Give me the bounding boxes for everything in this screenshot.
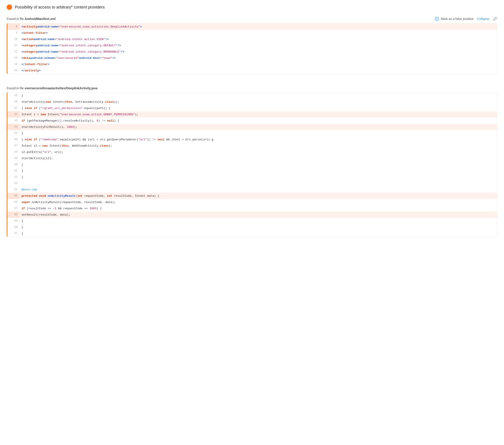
table-row: 54 @Override xyxy=(7,186,497,193)
line-number: 43 xyxy=(7,117,20,124)
line-content: </activity> xyxy=(20,67,497,74)
line-number: 58 xyxy=(7,212,20,218)
table-row: 61} xyxy=(7,230,497,237)
code-block-2: 39 }40 startActivity(new Intent(this, En… xyxy=(7,92,497,237)
table-row: 15 </activity> xyxy=(7,67,497,74)
line-content: } xyxy=(20,218,497,224)
line-number: 54 xyxy=(7,186,20,193)
line-number: 13 xyxy=(7,55,20,61)
line-content: setResult(resultCode, data); xyxy=(20,212,497,218)
line-number: 42 xyxy=(7,111,20,117)
line-number: 9 xyxy=(7,30,20,36)
line-content: if (getPackageManager().resolveActivity(… xyxy=(20,117,497,124)
table-row: 8 <activity android:name="oversecured.ov… xyxy=(7,23,497,30)
line-content: } xyxy=(20,130,497,136)
table-row: 45 } xyxy=(7,130,497,136)
filename-2: oversecured/ovaa/activities/DeeplinkActi… xyxy=(25,86,97,90)
line-number: 61 xyxy=(7,230,20,237)
line-number: 56 xyxy=(7,199,20,205)
table-row: 10 <action android:name="android.intent.… xyxy=(7,36,497,42)
line-number: 49 xyxy=(7,155,20,161)
line-content: <category android:name="android.intent.c… xyxy=(20,42,497,49)
table-row: 14 </intent-filter> xyxy=(7,61,497,67)
line-number: 57 xyxy=(7,205,20,212)
table-row: 56 super.onActivityResult(requestCode, r… xyxy=(7,199,497,205)
line-number: 52 xyxy=(7,174,20,180)
line-number: 47 xyxy=(7,143,20,149)
line-content: } xyxy=(20,230,497,237)
table-row: 44 startActivityForResult(i, 1003); xyxy=(7,124,497,130)
false-positive-checkbox-1 xyxy=(435,17,439,21)
line-content: } xyxy=(20,168,497,174)
line-content: <action android:name="android.intent.act… xyxy=(20,36,497,42)
line-number: 40 xyxy=(7,99,20,105)
line-number: 53 xyxy=(7,180,20,186)
file-section-2: Found in file oversecured/ovaa/activitie… xyxy=(7,86,497,237)
file-actions-1: Mark as a false positive Collapse xyxy=(435,17,497,21)
line-number: 39 xyxy=(7,93,20,99)
table-row: 11 <category android:name="android.inten… xyxy=(7,42,497,49)
line-number: 46 xyxy=(7,136,20,143)
file-section-1: Found in file AndroidManifest.xml Mark a… xyxy=(7,17,497,74)
table-row: 59 } xyxy=(7,218,497,224)
main-container: Possibility of access to arbitrary* cont… xyxy=(0,0,504,249)
table-row: 41 } else if ("/grant_uri_permissions".e… xyxy=(7,105,497,111)
line-content: super.onActivityResult(requestCode, resu… xyxy=(20,199,497,205)
severity-dot xyxy=(7,4,12,10)
link-icon-1[interactable] xyxy=(493,17,497,21)
line-number: 55 xyxy=(7,193,20,199)
false-positive-label-1: Mark as a false positive xyxy=(441,17,473,20)
line-number: 60 xyxy=(7,224,20,230)
line-content: Intent i2 = new Intent(this, WebViewActi… xyxy=(20,143,497,149)
line-number: 59 xyxy=(7,218,20,224)
table-row: 52 } xyxy=(7,174,497,180)
table-row: 51 } xyxy=(7,168,497,174)
line-number: 14 xyxy=(7,61,20,67)
line-content: protected void onActivityResult(int requ… xyxy=(20,193,497,199)
file-label-2: Found in file oversecured/ovaa/activitie… xyxy=(7,86,97,90)
table-row: 39 } xyxy=(7,93,497,99)
line-content: startActivityForResult(i, 1003); xyxy=(20,124,497,130)
table-row: 46 } else if ("/webview".equals(path) &&… xyxy=(7,136,497,143)
line-number: 11 xyxy=(7,42,20,49)
line-number: 45 xyxy=(7,130,20,136)
file-header-1: Found in file AndroidManifest.xml Mark a… xyxy=(7,17,497,21)
table-row: 57 if (resultCode == -1 && requestCode =… xyxy=(7,205,497,212)
line-number: 44 xyxy=(7,124,20,130)
line-number: 12 xyxy=(7,49,20,55)
line-content: Intent i = new Intent("oversecured.ovaa.… xyxy=(20,111,497,117)
false-positive-button-1[interactable]: Mark as a false positive xyxy=(435,17,473,21)
issue-title: Possibility of access to arbitrary* cont… xyxy=(15,5,105,10)
table-row: 9 <intent-filter> xyxy=(7,30,497,36)
table-row: 13 <data android:scheme="oversecured" an… xyxy=(7,55,497,61)
line-content: <activity android:name="oversecured.ovaa… xyxy=(20,23,497,30)
line-content: i2.putExtra("url", url); xyxy=(20,149,497,155)
table-row: 43 if (getPackageManager().resolveActivi… xyxy=(7,117,497,124)
line-content xyxy=(20,180,497,186)
issue-header: Possibility of access to arbitrary* cont… xyxy=(7,4,497,10)
line-content: </intent-filter> xyxy=(20,61,497,67)
table-row: 12 <category android:name="android.inten… xyxy=(7,49,497,55)
line-number: 50 xyxy=(7,161,20,168)
line-content: <data android:scheme="oversecured" andro… xyxy=(20,55,497,61)
line-content: if (resultCode == -1 && requestCode == 1… xyxy=(20,205,497,212)
table-row: 55 protected void onActivityResult(int r… xyxy=(7,193,497,199)
table-row: 40 startActivity(new Intent(this, Entran… xyxy=(7,99,497,105)
table-row: 60 } xyxy=(7,224,497,230)
line-content: startActivity(new Intent(this, EntranceA… xyxy=(20,99,497,105)
filename-1: AndroidManifest.xml xyxy=(25,17,55,20)
line-number: 51 xyxy=(7,168,20,174)
table-row: 49 startActivity(i2); xyxy=(7,155,497,161)
line-content: } else if ("/webview".equals(path) && (u… xyxy=(20,136,497,143)
table-row: 50 } xyxy=(7,161,497,168)
line-number: 8 xyxy=(7,23,20,30)
file-header-2: Found in file oversecured/ovaa/activitie… xyxy=(7,86,497,90)
line-content: startActivity(i2); xyxy=(20,155,497,161)
line-number: 41 xyxy=(7,105,20,111)
line-number: 48 xyxy=(7,149,20,155)
code-block-1: 8 <activity android:name="oversecured.ov… xyxy=(7,23,497,74)
collapse-button-1[interactable]: Collapse xyxy=(477,17,489,20)
line-content: } xyxy=(20,161,497,168)
line-content: } xyxy=(20,174,497,180)
line-content: } else if ("/grant_uri_permissions".equa… xyxy=(20,105,497,111)
